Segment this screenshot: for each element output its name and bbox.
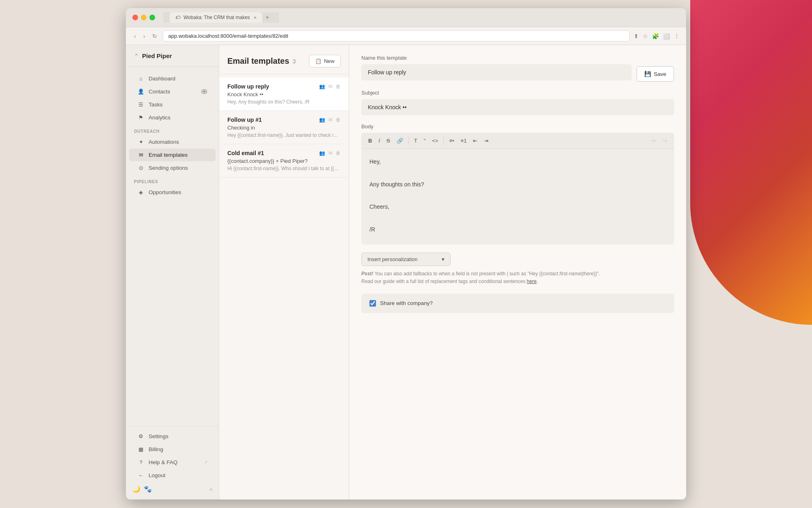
minimize-button[interactable] (141, 15, 147, 20)
quote-button[interactable]: " (421, 136, 429, 145)
template-email-icon[interactable]: ✉ (328, 84, 333, 89)
template-subject: Checking in (227, 125, 341, 131)
code-button[interactable]: <> (429, 136, 441, 145)
address-bar-row: ‹ › ↻ ⬆ ☆ 🧩 ⬜ ⋮ (126, 27, 686, 45)
sidebar-item-label: Tasks (149, 102, 163, 108)
sidebar: ⌃ Pied Piper ⌂ Dashboard 👤 Contacts • ☰ … (126, 45, 219, 499)
redo-button[interactable]: ↪ (660, 136, 670, 145)
tab-favicon: 🏷 (175, 15, 180, 20)
template-item[interactable]: Follow up reply 👥 ✉ 🗑 Knock Knock •• Hey… (219, 78, 349, 111)
template-item[interactable]: Follow up #1 👥 ✉ 🗑 Checking in Hey {{con… (219, 111, 349, 144)
new-template-icon: 📋 (315, 58, 322, 64)
tab-title: Wobaka: The CRM that makes (184, 15, 250, 20)
url-input[interactable] (163, 30, 630, 41)
reload-button[interactable]: ↻ (151, 32, 159, 40)
template-preview: Hey {{contact.first-name}}, Just wanted … (227, 132, 341, 138)
save-button[interactable]: 💾 Save (637, 66, 674, 82)
new-tab-button[interactable]: + (262, 12, 272, 23)
editor-content[interactable]: Hey, Any thoughts on this? Cheers, /R (361, 149, 674, 244)
share-icon[interactable]: ⬆ (634, 33, 639, 39)
text-button[interactable]: T (411, 136, 420, 145)
psst-hint: Psst! You can also add fallbacks to when… (361, 270, 674, 285)
chevron-down-icon: ▾ (442, 256, 445, 262)
sidebar-bottom-bar: 🌙 🐾 « (126, 482, 219, 496)
italic-button[interactable]: I (376, 136, 383, 145)
tasks-icon: ☰ (137, 102, 145, 108)
automations-icon: ✦ (137, 139, 145, 145)
template-email-icon[interactable]: ✉ (328, 117, 333, 123)
name-field-label: Name this template (361, 55, 632, 61)
analytics-icon: ⚑ (137, 115, 145, 121)
bold-button[interactable]: B (365, 136, 375, 145)
bookmark-icon[interactable]: ☆ (643, 33, 648, 39)
close-button[interactable] (132, 15, 138, 20)
sidebar-brand[interactable]: ⌃ Pied Piper (126, 45, 219, 67)
undo-button[interactable]: ↩ (649, 136, 659, 145)
subject-field-group: Subject (361, 90, 674, 115)
template-delete-icon[interactable]: 🗑 (336, 117, 341, 123)
template-preview: Hi {{contact.first-name}}, Who should I … (227, 166, 341, 171)
template-name: Cold email #1 (227, 150, 264, 156)
active-tab[interactable]: 🏷 Wobaka: The CRM that makes ✕ (170, 12, 262, 23)
share-checkbox[interactable] (369, 300, 376, 307)
extensions-icon[interactable]: 🧩 (652, 33, 659, 39)
sidebar-item-automations[interactable]: ✦ Automations (129, 136, 216, 148)
strikethrough-button[interactable]: S (384, 136, 393, 145)
sidebar-item-sending-options[interactable]: ⊙ Sending options (129, 162, 216, 174)
guide-link[interactable]: here (527, 279, 537, 284)
sidebar-item-contacts[interactable]: 👤 Contacts • (129, 85, 216, 98)
save-label: Save (654, 71, 666, 77)
dark-mode-icon[interactable]: 🌙 (132, 485, 140, 493)
sidebar-item-label: Settings (149, 433, 168, 439)
menu-icon[interactable]: ⋮ (674, 33, 680, 39)
sidebar-item-dashboard[interactable]: ⌂ Dashboard (129, 72, 216, 85)
sidebar-nav: ⌂ Dashboard 👤 Contacts • ☰ Tasks ⚑ Analy… (126, 67, 219, 426)
template-delete-icon[interactable]: 🗑 (336, 84, 341, 89)
template-name-input[interactable] (361, 64, 632, 80)
template-delete-icon[interactable]: 🗑 (336, 150, 341, 156)
new-template-button[interactable]: 📋 New (309, 55, 341, 67)
numbered-list-button[interactable]: ≡1 (458, 136, 470, 145)
editor-toolbar: B I S 🔗 T " <> ≡• ≡1 ⇤ ⇥ (361, 133, 674, 149)
subject-input[interactable] (361, 99, 674, 115)
dashboard-icon: ⌂ (137, 76, 145, 82)
profile-icon[interactable]: ⬜ (663, 33, 670, 39)
avatar-icon[interactable]: 🐾 (144, 485, 152, 493)
template-count: 3 (292, 58, 296, 65)
back-button[interactable]: ‹ (132, 32, 138, 40)
panel-title: Email templates (227, 56, 289, 66)
sidebar-item-settings[interactable]: ⚙ Settings (129, 430, 216, 443)
template-share-icon[interactable]: 👥 (319, 84, 325, 89)
tab-close-icon[interactable]: ✕ (253, 15, 257, 20)
sidebar-item-logout[interactable]: ← Logout (129, 469, 216, 482)
template-share-icon[interactable]: 👥 (319, 117, 325, 123)
insert-personalization-select[interactable]: Insert personalization ▾ (361, 253, 451, 266)
indent-more-button[interactable]: ⇥ (481, 136, 491, 145)
sidebar-item-opportunities[interactable]: ◈ Opportunities (129, 186, 216, 199)
subject-field-label: Subject (361, 90, 674, 96)
template-item[interactable]: Cold email #1 👥 ✉ 🗑 {{contact.company}} … (219, 144, 349, 177)
sidebar-item-label: Contacts (149, 89, 170, 95)
browser-toolbar-icons: ⬆ ☆ 🧩 ⬜ ⋮ (634, 33, 680, 39)
toolbar-divider-2 (443, 137, 444, 145)
templates-panel: Email templates 3 📋 New Follow up reply (219, 45, 349, 499)
sidebar-footer: ⚙ Settings ▦ Billing ? Help & FAQ ↗ ← Lo… (126, 426, 219, 499)
sidebar-item-help[interactable]: ? Help & FAQ ↗ (129, 456, 216, 469)
sidebar-item-label: Billing (149, 446, 163, 452)
bullet-list-button[interactable]: ≡• (446, 136, 457, 145)
sidebar-item-billing[interactable]: ▦ Billing (129, 443, 216, 456)
indent-less-button[interactable]: ⇤ (470, 136, 480, 145)
body-line-5: Cheers, (369, 202, 666, 212)
sidebar-item-tasks[interactable]: ☰ Tasks (129, 98, 216, 111)
body-line-1: Hey, (369, 157, 666, 167)
sidebar-item-analytics[interactable]: ⚑ Analytics (129, 111, 216, 124)
template-preview: Hey, Any thoughts on this? Cheers, /R (227, 99, 341, 105)
new-template-label: New (324, 58, 335, 64)
sidebar-collapse-icon[interactable]: « (209, 486, 212, 492)
maximize-button[interactable] (149, 15, 155, 20)
forward-button[interactable]: › (142, 32, 147, 40)
template-email-icon[interactable]: ✉ (328, 150, 333, 156)
link-button[interactable]: 🔗 (394, 136, 406, 145)
sidebar-item-email-templates[interactable]: ✉ Email templates (129, 149, 216, 161)
template-share-icon[interactable]: 👥 (319, 150, 325, 156)
